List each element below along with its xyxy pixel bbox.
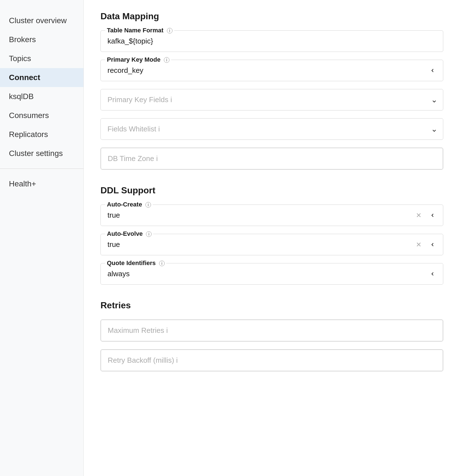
sidebar-item-ksqldb[interactable]: ksqlDB: [0, 87, 83, 106]
field-value-maximum-retries: Maximum Retries i: [101, 320, 443, 341]
sidebar-item-cluster-settings[interactable]: Cluster settings: [0, 144, 83, 163]
field-group-primary-key-mode: Primary Key Mode irecord_key⌄: [100, 60, 443, 81]
sidebar-item-topics[interactable]: Topics: [0, 49, 83, 68]
field-wrapper-quote-identifiers: Quote Identifiers ialways⌄: [100, 263, 443, 285]
clear-btn-auto-create[interactable]: ✕: [412, 211, 425, 219]
info-icon-retry-backoff[interactable]: i: [176, 356, 178, 364]
select-wrapper-maximum-retries: Maximum Retries i: [101, 320, 443, 341]
field-group-table-name-format: Table Name Format i: [100, 30, 443, 52]
field-group-auto-create: Auto-Create itrue✕⌄: [100, 205, 443, 226]
field-value-fields-whitelist: Fields Whitelist i: [101, 119, 425, 140]
info-icon-table-name-format[interactable]: i: [167, 28, 172, 33]
sidebar-item-consumers[interactable]: Consumers: [0, 106, 83, 125]
select-wrapper-retry-backoff: Retry Backoff (millis) i: [101, 350, 443, 371]
chevron-icon-auto-evolve[interactable]: ⌄: [430, 236, 439, 253]
chevron-icon-quote-identifiers[interactable]: ⌄: [430, 265, 439, 283]
field-wrapper-auto-create: Auto-Create itrue✕⌄: [100, 205, 443, 226]
chevron-icon-fields-whitelist[interactable]: ⌄: [425, 124, 443, 134]
sidebar: Cluster overviewBrokersTopicsConnectksql…: [0, 0, 84, 476]
section-title-0: Data Mapping: [100, 11, 443, 21]
info-icon-auto-evolve[interactable]: i: [146, 231, 152, 237]
field-value-retry-backoff: Retry Backoff (millis) i: [101, 350, 443, 371]
info-icon-primary-key-mode[interactable]: i: [164, 57, 169, 63]
field-wrapper-primary-key-mode: Primary Key Mode irecord_key⌄: [100, 60, 443, 81]
info-icon-quote-identifiers[interactable]: i: [159, 261, 165, 266]
field-value-primary-key-fields: Primary Key Fields i: [101, 89, 425, 110]
info-icon-auto-create[interactable]: i: [145, 202, 151, 208]
field-group-db-time-zone: DB Time Zone i: [100, 148, 443, 170]
sidebar-item-brokers[interactable]: Brokers: [0, 30, 83, 49]
field-wrapper-fields-whitelist: Fields Whitelist i⌄: [100, 118, 443, 140]
info-icon-maximum-retries[interactable]: i: [166, 326, 168, 335]
chevron-icon-auto-create[interactable]: ⌄: [430, 206, 439, 224]
field-label-table-name-format: Table Name Format i: [105, 27, 174, 34]
sidebar-item-cluster-overview[interactable]: Cluster overview: [0, 11, 83, 30]
field-group-auto-evolve: Auto-Evolve itrue✕⌄: [100, 234, 443, 255]
chevron-icon-primary-key-fields[interactable]: ⌄: [425, 95, 443, 104]
select-inner-primary-key-fields[interactable]: Primary Key Fields i⌄: [101, 89, 443, 110]
field-label-auto-evolve: Auto-Evolve i: [105, 230, 153, 237]
main-content: Data MappingTable Name Format iPrimary K…: [84, 0, 460, 476]
field-wrapper-maximum-retries: Maximum Retries i: [100, 319, 443, 342]
sidebar-item-connect[interactable]: Connect: [0, 68, 83, 87]
field-group-fields-whitelist: Fields Whitelist i⌄: [100, 118, 443, 140]
field-value-db-time-zone: DB Time Zone i: [101, 148, 443, 169]
field-wrapper-db-time-zone: DB Time Zone i: [100, 148, 443, 170]
info-icon-fields-whitelist[interactable]: i: [158, 125, 160, 133]
sidebar-item-health-plus[interactable]: Health+: [0, 174, 83, 193]
field-wrapper-primary-key-fields: Primary Key Fields i⌄: [100, 89, 443, 110]
chevron-icon-primary-key-mode[interactable]: ⌄: [430, 62, 439, 79]
field-wrapper-retry-backoff: Retry Backoff (millis) i: [100, 349, 443, 371]
field-label-quote-identifiers: Quote Identifiers i: [105, 259, 166, 267]
select-wrapper-db-time-zone: DB Time Zone i: [101, 148, 443, 169]
info-icon-primary-key-fields[interactable]: i: [170, 95, 172, 104]
field-wrapper-auto-evolve: Auto-Evolve itrue✕⌄: [100, 234, 443, 255]
field-group-quote-identifiers: Quote Identifiers ialways⌄: [100, 263, 443, 285]
field-group-retry-backoff: Retry Backoff (millis) i: [100, 349, 443, 371]
sidebar-item-replicators[interactable]: Replicators: [0, 125, 83, 144]
field-group-primary-key-fields: Primary Key Fields i⌄: [100, 89, 443, 110]
section-title-1: DDL Support: [100, 185, 443, 196]
field-label-primary-key-mode: Primary Key Mode i: [105, 56, 171, 63]
section-title-2: Retries: [100, 300, 443, 311]
field-wrapper-table-name-format: Table Name Format i: [100, 30, 443, 52]
field-label-auto-create: Auto-Create i: [105, 201, 153, 208]
select-inner-fields-whitelist[interactable]: Fields Whitelist i⌄: [101, 119, 443, 140]
clear-btn-auto-evolve[interactable]: ✕: [412, 241, 425, 249]
info-icon-db-time-zone[interactable]: i: [156, 154, 158, 163]
field-group-maximum-retries: Maximum Retries i: [100, 319, 443, 342]
